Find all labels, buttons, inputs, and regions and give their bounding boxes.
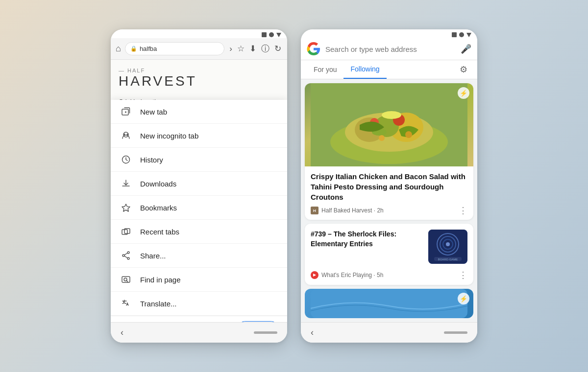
svg-point-31 xyxy=(382,111,401,119)
share-icon xyxy=(121,250,131,261)
feed-card-2-meta: ▶ What's Eric Playing · 5h ⋮ xyxy=(305,270,473,285)
svg-point-17 xyxy=(122,255,124,256)
bookmarks-label: Bookmarks xyxy=(140,204,177,212)
svg-line-19 xyxy=(124,256,127,258)
feed-card-1-image: ⚡ xyxy=(305,83,473,166)
menu-item-history[interactable]: History xyxy=(111,148,287,172)
lightning-badge-3: ⚡ xyxy=(458,293,469,304)
menu-item-recent-tabs[interactable]: Recent tabs xyxy=(111,220,287,244)
feed-source-1: Half Baked Harvest · 2h xyxy=(321,207,384,214)
menu-item-bookmarks[interactable]: Bookmarks xyxy=(111,196,287,220)
svg-marker-12 xyxy=(122,204,130,211)
tab-following[interactable]: Following xyxy=(343,60,386,79)
translate-label: Translate... xyxy=(140,300,176,308)
feed-card-3-preview: ⚡ xyxy=(305,289,473,318)
status-bar-right xyxy=(301,29,477,38)
page-header: — HALF HARVEST xyxy=(111,60,287,93)
status-triangle-icon xyxy=(276,33,281,37)
bookmark-icon[interactable]: ☆ xyxy=(236,43,245,55)
history-icon xyxy=(121,154,131,165)
page-title-big: HARVEST xyxy=(119,73,279,89)
google-logo xyxy=(307,42,320,56)
svg-point-16 xyxy=(127,257,129,259)
feed-card-2-text: #739 – The Sherlock Files: Elementary En… xyxy=(311,230,423,251)
info-icon[interactable]: ⓘ xyxy=(260,42,270,55)
forward-icon[interactable]: › xyxy=(228,43,233,55)
recent-tabs-icon xyxy=(121,226,131,237)
back-button-right[interactable]: ‹ xyxy=(311,327,314,338)
menu-item-find[interactable]: Find in page xyxy=(111,268,287,292)
svg-rect-42 xyxy=(311,289,467,318)
feed-card-1: ⚡ xyxy=(305,83,473,220)
svg-point-39 xyxy=(446,242,450,246)
feed-card-1-meta-left: H Half Baked Harvest · 2h xyxy=(311,207,384,214)
new-tab-icon xyxy=(121,106,131,117)
browser-bar-left: ⌂ 🔒 halfba › ☆ ⬇ ⓘ ↻ xyxy=(111,38,287,60)
bookmarks-icon xyxy=(121,202,131,213)
url-text: halfba xyxy=(140,45,157,52)
menu-item-downloads[interactable]: Downloads xyxy=(111,172,287,196)
microphone-icon[interactable]: 🎤 xyxy=(461,44,471,54)
settings-icon[interactable]: ⚙ xyxy=(456,60,471,79)
share-label: Share... xyxy=(140,252,166,260)
menu-item-share[interactable]: Share... xyxy=(111,244,287,268)
feed-card-2-title: #739 – The Sherlock Files: Elementary En… xyxy=(311,230,423,249)
bottom-nav-left: ‹ xyxy=(111,322,287,343)
search-bar: 🎤 xyxy=(301,38,477,60)
menu-item-translate[interactable]: Translate... xyxy=(111,292,287,316)
feed-card-2: #739 – The Sherlock Files: Elementary En… xyxy=(305,224,473,285)
follow-button[interactable]: + Follow xyxy=(239,321,277,322)
find-icon xyxy=(121,274,131,285)
svg-text:BOARD GAME: BOARD GAME xyxy=(438,258,458,261)
menu-item-new-tab[interactable]: New tab xyxy=(111,100,287,124)
back-button-left[interactable]: ‹ xyxy=(121,327,123,338)
lightning-badge: ⚡ xyxy=(458,87,469,99)
search-input[interactable] xyxy=(325,45,456,53)
nav-pill-right xyxy=(444,331,467,334)
feed-source-2: What's Eric Playing · 5h xyxy=(321,272,383,279)
follow-favicon: H xyxy=(121,322,131,323)
new-tab-label: New tab xyxy=(140,108,167,116)
lock-icon: 🔒 xyxy=(130,46,137,52)
right-phone: 🎤 For you Following ⚙ ⚡ xyxy=(301,29,477,343)
history-label: History xyxy=(140,156,163,164)
svg-point-34 xyxy=(379,135,385,141)
status-square-right xyxy=(452,32,457,37)
context-menu: New tab New incognito tab xyxy=(111,100,287,322)
browser-actions: › ☆ ⬇ ⓘ ↻ xyxy=(228,42,282,55)
page-content: — HALF HARVEST Crinkled on themiddle, an… xyxy=(111,60,287,322)
refresh-icon[interactable]: ↻ xyxy=(273,43,282,55)
left-phone: ⌂ 🔒 halfba › ☆ ⬇ ⓘ ↻ — HALF HARVEST Crin… xyxy=(111,29,287,343)
find-label: Find in page xyxy=(140,276,181,284)
feed-card-1-body: Crispy Italian Chicken and Bacon Salad w… xyxy=(305,166,473,220)
feed-card-2-meta-left: ▶ What's Eric Playing · 5h xyxy=(311,271,383,279)
svg-rect-20 xyxy=(122,277,130,282)
feed-more-1[interactable]: ⋮ xyxy=(459,205,467,216)
svg-point-33 xyxy=(405,131,412,138)
page-subtitle: — HALF xyxy=(119,68,279,73)
feed-card-2-row: #739 – The Sherlock Files: Elementary En… xyxy=(305,224,473,270)
home-icon[interactable]: ⌂ xyxy=(116,44,121,54)
status-bar-left xyxy=(111,29,287,38)
recent-tabs-label: Recent tabs xyxy=(140,228,179,236)
news-feed: ⚡ xyxy=(301,79,477,322)
menu-item-incognito[interactable]: New incognito tab xyxy=(111,124,287,148)
svg-line-18 xyxy=(124,253,127,255)
incognito-icon xyxy=(121,130,131,141)
feed-card-2-thumbnail: BOARD GAME xyxy=(428,230,467,264)
svg-line-22 xyxy=(126,280,128,282)
downloads-label: Downloads xyxy=(140,180,176,188)
svg-point-15 xyxy=(127,252,129,254)
feed-card-1-title: Crispy Italian Chicken and Bacon Salad w… xyxy=(311,171,467,202)
incognito-label: New incognito tab xyxy=(140,132,198,140)
feed-more-2[interactable]: ⋮ xyxy=(459,270,467,280)
download-icon[interactable]: ⬇ xyxy=(248,43,257,55)
status-triangle-right xyxy=(466,33,471,37)
half-baked-harvest-favicon: H xyxy=(311,207,318,214)
feed-card-1-meta: H Half Baked Harvest · 2h ⋮ xyxy=(311,205,467,216)
downloads-icon xyxy=(121,178,131,189)
status-dot-right xyxy=(459,32,464,37)
translate-icon xyxy=(121,298,131,309)
url-bar[interactable]: 🔒 halfba xyxy=(125,42,224,55)
tab-for-you[interactable]: For you xyxy=(307,61,343,78)
